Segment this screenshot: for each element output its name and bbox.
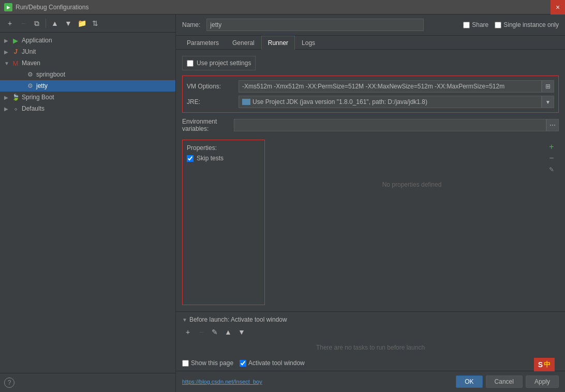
skip-tests-row: Skip tests [187,155,260,162]
arrow-icon: ▼ [4,61,11,66]
no-properties-text: No properties defined [265,140,559,188]
sort-button[interactable]: ⇅ [90,18,101,29]
remove-config-button[interactable]: − [18,18,29,29]
move-task-up-button[interactable]: ▲ [222,326,234,338]
copy-config-button[interactable]: ⧉ [31,18,42,29]
no-tasks-text: There are no tasks to run before launch [316,344,425,351]
sort-down-button[interactable]: ▼ [63,18,74,29]
sidebar-toolbar: + − ⧉ ▲ ▼ 📁 ⇅ [0,14,175,33]
vm-options-row: VM Options: ⊞ [187,80,554,93]
move-task-down-button[interactable]: ▼ [236,326,247,338]
apply-button[interactable]: Apply [526,375,559,388]
sidebar-item-label: Maven [22,59,40,67]
arrow-icon: ▶ [4,49,11,55]
jre-row: JRE: Use Project JDK (java version "1.8.… [187,96,554,108]
properties-table: No properties defined [265,140,559,243]
properties-container: Properties: Skip tests No properties def… [182,140,559,305]
sidebar-help: ? [0,373,175,392]
folder-button[interactable]: 📁 [76,18,87,29]
jre-dropdown-button[interactable]: ▼ [542,96,554,108]
env-vars-row: Environment variables: ⋯ [182,118,559,132]
before-launch-empty: There are no tasks to run before launch [182,340,559,355]
collapse-icon: ▼ [182,317,187,323]
remove-task-button[interactable]: − [196,326,207,338]
single-instance-group: Single instance only [495,21,559,28]
share-checkbox[interactable] [463,22,470,28]
env-vars-input[interactable] [234,119,546,131]
sidebar-item-junit[interactable]: ▶ J JUnit [0,46,175,57]
footer: https://blog.csdn.net/Insect_boy OK Canc… [176,371,565,392]
sidebar-item-springboot2[interactable]: ▶ 🍃 Spring Boot [0,92,175,103]
tab-runner[interactable]: Runner [261,36,295,50]
gear-icon: ⚙ [26,82,34,90]
remove-property-button[interactable]: − [546,153,557,163]
edit-task-button[interactable]: ✎ [209,326,220,338]
ime-overlay: S 中 [534,358,555,371]
ok-button[interactable]: OK [456,375,482,388]
before-launch-section: ▼ Before launch: Activate tool window + … [176,311,565,371]
env-vars-label: Environment variables: [182,118,234,132]
footer-url[interactable]: https://blog.csdn.net/Insect_boy [182,379,453,385]
tabs-bar: Parameters General Runner Logs [176,36,565,50]
single-instance-checkbox[interactable] [495,22,501,28]
properties-area: No properties defined + − ✎ [265,140,559,305]
tab-general[interactable]: General [226,36,261,50]
springboot-icon: 🍃 [11,93,20,101]
add-task-button[interactable]: + [182,326,194,338]
ime-symbol: S [538,360,543,369]
name-input[interactable] [206,19,424,31]
vm-expand-button[interactable]: ⊞ [542,80,554,93]
skip-tests-checkbox[interactable] [187,155,194,162]
main-layout: + − ⧉ ▲ ▼ 📁 ⇅ ▶ ▶ Application ▶ J JUnit [0,14,565,392]
sidebar-item-label: Defaults [22,105,44,112]
cancel-button[interactable]: Cancel [486,375,523,388]
properties-section: Properties: Skip tests [182,140,265,305]
edit-property-button[interactable]: ✎ [546,164,557,175]
env-vars-button[interactable]: ⋯ [546,119,559,131]
jre-value: Use Project JDK (java version "1.8.0_161… [239,96,542,108]
app-icon: ▶ [4,3,12,11]
tab-parameters[interactable]: Parameters [180,36,226,50]
sort-up-button[interactable]: ▲ [49,18,61,29]
arrow-icon: ▶ [4,38,11,43]
tab-logs[interactable]: Logs [295,36,322,50]
sidebar-item-label: Application [22,37,52,44]
before-launch-options: Show this page Activate tool window [182,359,559,367]
title-bar: ▶ Run/Debug Configurations × [0,0,565,14]
use-project-settings-row: Use project settings [182,56,256,70]
sidebar-item-maven[interactable]: ▼ M Maven [0,57,175,69]
content-panel: Name: Share Single instance only Paramet… [176,14,565,392]
vm-options-label: VM Options: [187,83,239,90]
sidebar-item-label: JUnit [22,48,36,55]
defaults-icon: ⬦ [11,104,20,113]
before-launch-header: ▼ Before launch: Activate tool window [182,316,559,323]
arrow-icon: ▶ [4,106,11,112]
arrow-icon: ▶ [4,95,11,100]
sidebar-item-defaults[interactable]: ▶ ⬦ Defaults [0,103,175,114]
show-this-page-group: Show this page [182,359,233,367]
gear-icon: ⚙ [26,70,34,79]
sidebar-item-jetty[interactable]: ⚙ jetty [0,80,175,92]
close-button[interactable]: × [551,0,565,14]
vm-options-input[interactable] [239,80,542,93]
help-button[interactable]: ? [4,378,14,388]
ime-lang: 中 [544,360,551,369]
sidebar-item-application[interactable]: ▶ ▶ Application [0,35,175,46]
share-label: Share [472,21,488,28]
config-header: Name: Share Single instance only [176,14,565,36]
jdk-icon [242,99,250,105]
show-this-page-label: Show this page [191,359,233,367]
application-icon: ▶ [11,36,20,44]
show-this-page-checkbox[interactable] [182,360,189,367]
use-project-settings-label: Use project settings [197,59,251,67]
add-property-button[interactable]: + [546,142,557,152]
sidebar-item-label: springboot [36,71,65,78]
add-config-button[interactable]: + [4,18,16,29]
sidebar-item-label: jetty [36,82,48,89]
maven-icon: M [11,59,20,67]
sidebar-tree: ▶ ▶ Application ▶ J JUnit ▼ M Maven ⚙ sp… [0,33,175,373]
activate-tool-window-checkbox[interactable] [240,360,246,367]
runner-tab-content: Use project settings VM Options: ⊞ JRE: … [176,50,565,311]
sidebar-item-springboot[interactable]: ⚙ springboot [0,69,175,80]
use-project-settings-checkbox[interactable] [187,60,194,67]
